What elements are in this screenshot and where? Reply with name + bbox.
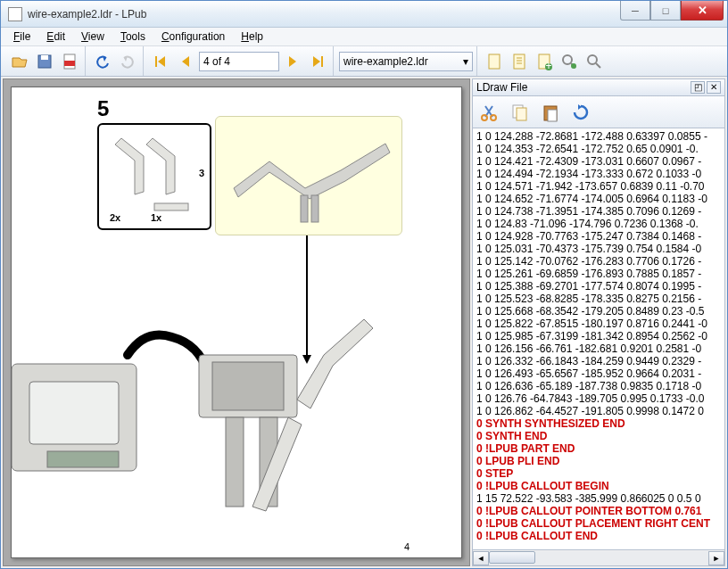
svg-point-11 <box>588 55 597 64</box>
menu-configuration[interactable]: Configuration <box>154 29 232 45</box>
refresh-icon[interactable] <box>569 101 592 124</box>
code-line[interactable]: 1 0 125.142 -70.0762 -176.283 0.7706 0.1… <box>476 255 721 268</box>
menu-edit[interactable]: Edit <box>39 29 72 45</box>
code-line[interactable]: 1 0 124.494 -72.1934 -173.333 0.672 0.10… <box>476 168 721 180</box>
instruction-page: 5 <box>11 87 462 558</box>
zoom-in-icon[interactable] <box>558 50 581 73</box>
code-line[interactable]: 0 !LPUB CALLOUT BEGIN <box>476 480 721 492</box>
window-title: wire-example2.ldr - LPub <box>28 8 620 21</box>
panel-toolbar <box>472 96 725 128</box>
prev-page-icon[interactable] <box>174 50 197 73</box>
qty-1x: 1x <box>151 212 161 223</box>
close-button[interactable]: ✕ <box>681 1 724 21</box>
code-line[interactable]: 1 0 124.421 -72.4309 -173.031 0.6607 0.0… <box>476 155 721 168</box>
code-line[interactable]: 1 0 125.668 -68.3542 -179.205 0.8489 0.2… <box>476 305 721 317</box>
doc3-icon[interactable]: + <box>533 50 556 73</box>
horizontal-scrollbar[interactable]: ◄ ► <box>472 550 725 566</box>
scroll-right-icon[interactable]: ► <box>708 551 724 565</box>
menubar: File Edit View Tools Configuration Help <box>1 28 727 46</box>
menu-file[interactable]: File <box>6 29 37 45</box>
code-line[interactable]: 0 SYNTH SYNTHESIZED END <box>476 417 721 430</box>
zoom-icon[interactable] <box>583 50 606 73</box>
code-line[interactable]: 1 0 125.261 -69.6859 -176.893 0.7885 0.1… <box>476 268 721 280</box>
svg-text:+: + <box>545 60 551 70</box>
app-window: wire-example2.ldr - LPub ─ □ ✕ File Edit… <box>0 0 728 569</box>
ldraw-panel: LDraw File ◰ ✕ 1 0 124.288 -72.8681 -172… <box>472 78 725 566</box>
panel-title: LDraw File <box>476 81 527 94</box>
next-page-icon[interactable] <box>281 50 304 73</box>
menu-view[interactable]: View <box>74 29 112 45</box>
svg-rect-19 <box>212 362 284 410</box>
code-line[interactable]: 1 0 124.571 -71.942 -173.657 0.6839 0.11… <box>476 180 721 193</box>
code-line[interactable]: 1 0 125.523 -68.8285 -178.335 0.8275 0.2… <box>476 293 721 305</box>
assembly-illustration <box>216 117 403 236</box>
copy-icon[interactable] <box>509 101 532 124</box>
file-dropdown[interactable]: wire-example2.ldr▾ <box>339 52 473 71</box>
code-line[interactable]: 0 !LPUB CALLOUT END <box>476 530 721 542</box>
code-line[interactable]: 1 0 126.76 -64.7843 -189.705 0.995 0.173… <box>476 392 721 405</box>
code-area[interactable]: 1 0 124.288 -72.8681 -172.488 0.63397 0.… <box>472 128 725 550</box>
step-number: 5 <box>97 96 109 121</box>
doc1-icon[interactable] <box>483 50 506 73</box>
first-page-icon[interactable] <box>149 50 172 73</box>
menu-tools[interactable]: Tools <box>113 29 153 45</box>
open-icon[interactable] <box>8 50 31 73</box>
code-line[interactable]: 1 0 125.822 -67.8515 -180.197 0.8716 0.2… <box>476 317 721 330</box>
svg-rect-3 <box>64 61 75 66</box>
maximize-button[interactable]: □ <box>650 1 681 21</box>
content-area: 5 <box>1 77 727 568</box>
scroll-thumb[interactable] <box>489 551 535 564</box>
paste-icon[interactable] <box>539 101 562 124</box>
code-line[interactable]: 1 0 124.738 -71.3951 -174.385 0.7096 0.1… <box>476 205 721 218</box>
panel-undock-icon[interactable]: ◰ <box>691 81 705 94</box>
parts-callout: 2x 1x 3 <box>97 123 211 230</box>
app-icon <box>8 7 22 21</box>
save-icon[interactable] <box>33 50 56 73</box>
panel-header: LDraw File ◰ ✕ <box>472 78 725 96</box>
code-line[interactable]: 1 0 126.156 -66.761 -182.681 0.9201 0.25… <box>476 342 721 355</box>
redo-icon[interactable] <box>116 50 139 73</box>
code-line[interactable]: 0 LPUB PLI END <box>476 455 721 467</box>
code-line[interactable]: 1 0 124.288 -72.8681 -172.488 0.63397 0.… <box>476 130 721 143</box>
code-line[interactable]: 1 0 126.493 -65.6567 -185.952 0.9664 0.2… <box>476 367 721 380</box>
minimize-button[interactable]: ─ <box>620 1 650 21</box>
code-line[interactable]: 1 0 124.83 -71.096 -174.796 0.7236 0.136… <box>476 218 721 230</box>
scroll-left-icon[interactable]: ◄ <box>473 551 489 565</box>
code-line[interactable]: 1 0 124.928 -70.7763 -175.247 0.7384 0.1… <box>476 230 721 243</box>
svg-rect-25 <box>517 108 526 120</box>
svg-point-10 <box>571 63 576 69</box>
code-line[interactable]: 1 0 125.388 -69.2701 -177.574 0.8074 0.1… <box>476 280 721 293</box>
code-line[interactable]: 1 0 125.985 -67.3199 -181.342 0.8954 0.2… <box>476 330 721 342</box>
code-line[interactable]: 0 SYNTH END <box>476 430 721 442</box>
toolbar: wire-example2.ldr▾ + <box>1 46 727 77</box>
undo-icon[interactable] <box>91 50 114 73</box>
last-page-icon[interactable] <box>306 50 329 73</box>
pdf-icon[interactable] <box>58 50 81 73</box>
code-line[interactable]: 0 STEP <box>476 467 721 480</box>
code-line[interactable]: 1 0 126.636 -65.189 -187.738 0.9835 0.17… <box>476 380 721 392</box>
svg-rect-20 <box>226 417 244 507</box>
code-line[interactable]: 1 0 126.862 -64.4527 -191.805 0.9998 0.1… <box>476 405 721 417</box>
cut-icon[interactable] <box>478 101 501 124</box>
svg-point-23 <box>491 115 496 120</box>
code-line[interactable]: 0 !LPUB CALLOUT PLACEMENT RIGHT CENT <box>476 517 721 530</box>
titlebar: wire-example2.ldr - LPub ─ □ ✕ <box>1 1 727 28</box>
code-line[interactable]: 0 !LPUB CALLOUT POINTER BOTTOM 0.761 <box>476 505 721 517</box>
code-line[interactable]: 1 0 126.332 -66.1843 -184.259 0.9449 0.2… <box>476 355 721 367</box>
code-line[interactable]: 0 !LPUB PART END <box>476 442 721 455</box>
scroll-track[interactable] <box>489 551 708 565</box>
svg-rect-12 <box>301 195 308 222</box>
code-line[interactable]: 1 0 124.353 -72.6541 -172.752 0.65 0.090… <box>476 143 721 155</box>
doc2-icon[interactable] <box>508 50 531 73</box>
preview-pane[interactable]: 5 <box>3 78 470 566</box>
window-buttons: ─ □ ✕ <box>620 1 727 27</box>
code-line[interactable]: 1 15 72.522 -93.583 -385.999 0.866025 0 … <box>476 492 721 505</box>
svg-point-9 <box>563 55 572 64</box>
code-line[interactable]: 1 0 124.652 -71.6774 -174.005 0.6964 0.1… <box>476 193 721 205</box>
menu-help[interactable]: Help <box>234 29 270 45</box>
code-line[interactable]: 1 0 125.031 -70.4373 -175.739 0.754 0.15… <box>476 243 721 255</box>
page-input[interactable] <box>199 52 279 71</box>
svg-rect-4 <box>489 54 500 69</box>
callout-assembly <box>215 116 402 235</box>
panel-close-icon[interactable]: ✕ <box>707 81 721 94</box>
